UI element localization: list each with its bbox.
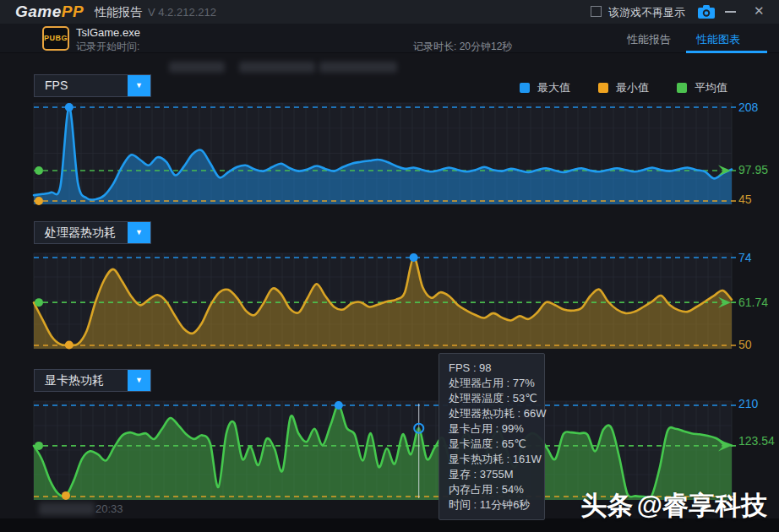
tooltip-line-fps: FPS : 98 (449, 361, 535, 376)
fps-max-label: 208 (738, 100, 758, 114)
process-name: TslGame.exe (76, 26, 140, 39)
legend-max-swatch (520, 83, 530, 93)
watermark: 头条 @睿享科技 (580, 488, 767, 524)
session-header: PUBG TslGame.exe 记录开始时间: 记录时长: 20分钟12秒 性… (0, 24, 779, 53)
titlebar: GamePP 性能报告 V 4.2.212.212 该游戏不再显示 ✕ (0, 0, 779, 24)
legend-avg-swatch (677, 83, 687, 93)
metric-select-gpu-power[interactable]: 显卡热功耗 ▼ (34, 369, 151, 392)
legend-max-label: 最大值 (537, 80, 570, 95)
app-version: V 4.2.212.212 (148, 6, 216, 19)
tab-performance-report[interactable]: 性能报告 (627, 32, 671, 47)
legend-avg-label: 平均值 (695, 80, 727, 95)
chevron-down-icon[interactable]: ▼ (128, 370, 150, 391)
chevron-down-icon[interactable]: ▼ (128, 222, 150, 243)
tooltip-line-gpu-power: 显卡热功耗 : 161W (449, 452, 535, 467)
redacted-text (319, 62, 397, 73)
tooltip-line-cpu-power: 处理器热功耗 : 66W (449, 406, 535, 421)
x-axis-time-label: 20:33 (95, 502, 123, 515)
record-start-label: 记录开始时间: (76, 40, 139, 54)
logo-game-text: Game (15, 3, 62, 20)
metric-select-cpu-power[interactable]: 处理器热功耗 ▼ (34, 221, 151, 244)
redacted-text (39, 502, 95, 515)
redacted-text (239, 62, 315, 73)
tooltip-line-gpu-usage: 显卡占用 : 99% (449, 421, 535, 437)
tooltip-line-ram-usage: 内存占用 : 54% (449, 482, 535, 497)
hover-tooltip: FPS : 98 处理器占用 : 77% 处理器温度 : 53℃ 处理器热功耗 … (439, 353, 545, 520)
legend-item-max: 最大值 (520, 80, 570, 95)
tooltip-line-cpu-temp: 处理器温度 : 53℃ (449, 391, 535, 406)
pubg-game-icon: PUBG (42, 26, 69, 51)
record-duration: 记录时长: 20分钟12秒 (413, 40, 512, 54)
metric-select-cpu-power-value: 处理器热功耗 (35, 222, 128, 243)
tooltip-line-cpu-usage: 处理器占用 : 77% (449, 376, 535, 391)
fps-min-label: 45 (738, 193, 752, 206)
redacted-text (169, 62, 225, 73)
tab-performance-chart[interactable]: 性能图表 (696, 32, 740, 47)
legend-min-swatch (598, 83, 608, 93)
gpu-max-label: 210 (738, 397, 758, 410)
close-icon[interactable]: ✕ (754, 3, 765, 19)
hide-game-checkbox[interactable] (591, 6, 602, 17)
fps-avg-label: 97.95 (738, 163, 768, 176)
app-subtitle: 性能报告 (95, 5, 142, 20)
chart-legend: 最大值 最小值 平均值 (520, 80, 727, 95)
legend-min-label: 最小值 (616, 80, 649, 95)
cpu-avg-label: 61.74 (738, 296, 768, 309)
tooltip-line-vram: 显存 : 3755M (449, 467, 535, 482)
legend-item-avg: 平均值 (677, 80, 727, 95)
gpu-avg-label: 123.54 (738, 434, 775, 448)
metric-select-fps-value: FPS (35, 75, 128, 96)
cpu-min-label: 50 (738, 338, 752, 351)
gamepp-window: GamePP 性能报告 V 4.2.212.212 该游戏不再显示 ✕ PUBG… (0, 0, 779, 532)
gpu-power-chart-plot[interactable] (34, 401, 732, 500)
minimize-icon[interactable] (725, 11, 736, 13)
active-tab-underline (686, 51, 767, 53)
cpu-max-label: 74 (738, 251, 752, 264)
tooltip-line-time: 时间 : 11分钟6秒 (449, 497, 535, 513)
screenshot-camera-icon[interactable] (698, 4, 715, 19)
hide-game-label: 该游戏不再显示 (608, 5, 685, 20)
watermark-bold: 头条 (580, 491, 633, 520)
legend-item-min: 最小值 (598, 80, 649, 95)
cpu-power-chart-plot[interactable] (34, 253, 732, 349)
chevron-down-icon[interactable]: ▼ (128, 75, 150, 96)
fps-chart-plot[interactable] (34, 103, 732, 204)
metric-select-gpu-power-value: 显卡热功耗 (35, 370, 128, 391)
metric-select-fps[interactable]: FPS ▼ (34, 74, 151, 97)
app-logo: GamePP (15, 3, 84, 21)
tooltip-line-gpu-temp: 显卡温度 : 65℃ (449, 437, 535, 452)
logo-pp-text: PP (62, 3, 84, 20)
watermark-rest: @睿享科技 (637, 491, 767, 520)
